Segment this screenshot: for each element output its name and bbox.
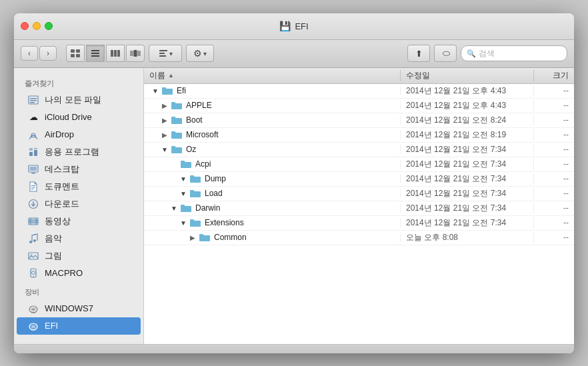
efi-icon bbox=[27, 320, 39, 332]
devices-label: 장비 bbox=[14, 282, 143, 300]
file-row-size: -- bbox=[534, 189, 574, 198]
svg-rect-52 bbox=[31, 329, 35, 331]
forward-button[interactable]: › bbox=[39, 46, 57, 61]
file-row-size: -- bbox=[534, 86, 574, 95]
file-name: Boot bbox=[186, 115, 203, 125]
table-row[interactable]: ▶ APPLE 2014년 12월 21일 오후 4:43 -- bbox=[144, 99, 574, 113]
col-name-header[interactable]: 이름 ▲ bbox=[144, 70, 401, 81]
icon-view-button[interactable] bbox=[66, 45, 85, 62]
file-name: Dump bbox=[205, 174, 226, 183]
file-row-name: ▼ Load bbox=[144, 189, 401, 198]
disclosure-icon[interactable]: ▼ bbox=[160, 145, 169, 154]
folder-icon bbox=[171, 101, 183, 110]
windows7-icon bbox=[27, 303, 39, 315]
disclosure-icon[interactable]: ▼ bbox=[179, 174, 188, 183]
sidebar-item-music[interactable]: 음악 bbox=[17, 230, 141, 247]
sidebar-item-desktop[interactable]: 데스크탑 bbox=[17, 161, 141, 178]
svg-point-51 bbox=[31, 325, 35, 328]
svg-rect-6 bbox=[91, 55, 99, 57]
column-view-button[interactable] bbox=[106, 45, 125, 62]
folder-icon bbox=[189, 174, 201, 183]
sidebar-item-efi[interactable]: EFI bbox=[17, 317, 141, 335]
sidebar-item-applications[interactable]: 응용 프로그램 bbox=[17, 143, 141, 161]
disclosure-icon[interactable]: ▶ bbox=[160, 101, 169, 110]
svg-rect-14 bbox=[159, 53, 165, 54]
coverflow-view-button[interactable] bbox=[126, 45, 145, 62]
disclosure-icon[interactable]: ▶ bbox=[160, 130, 169, 139]
sidebar-item-downloads[interactable]: 다운로드 bbox=[17, 195, 141, 213]
nav-buttons: ‹ › bbox=[21, 46, 57, 61]
table-row[interactable]: ▼ Darwin 2014년 12월 21일 오전 7:34 -- bbox=[144, 201, 574, 216]
scrollbar-area bbox=[14, 344, 574, 353]
svg-rect-26 bbox=[31, 173, 35, 174]
table-row[interactable]: ▶ Acpi 2014년 12월 21일 오전 7:34 -- bbox=[144, 157, 574, 172]
list-view-icon bbox=[91, 49, 100, 57]
svg-rect-3 bbox=[76, 54, 80, 57]
svg-rect-30 bbox=[31, 189, 34, 189]
table-row[interactable]: ▶ Boot 2014년 12월 21일 오전 8:24 -- bbox=[144, 113, 574, 128]
table-row[interactable]: ▼ Efi 2014년 12월 21일 오후 4:43 -- bbox=[144, 84, 574, 99]
disclosure-icon[interactable]: ▶ bbox=[160, 115, 169, 125]
sidebar-item-macpro[interactable]: MACPRO bbox=[17, 265, 141, 282]
table-row[interactable]: ▼ Oz 2014년 12월 21일 오전 7:34 -- bbox=[144, 143, 574, 157]
table-row[interactable]: ▶ Microsoft 2014년 12월 21일 오전 8:19 -- bbox=[144, 128, 574, 143]
desktop-label: 데스크탑 bbox=[45, 163, 79, 175]
sidebar: 즐겨찾기 나의 모든 파일 ☁ iCloud Drive bbox=[14, 68, 144, 344]
file-row-date: 2014년 12월 21일 오전 8:24 bbox=[401, 115, 534, 126]
all-files-label: 나의 모든 파일 bbox=[45, 94, 101, 106]
file-row-date: 2014년 12월 21일 오전 7:34 bbox=[401, 188, 534, 199]
arrange-button[interactable]: ▾ bbox=[149, 45, 182, 62]
gear-icon: ⚙ bbox=[193, 48, 202, 59]
file-row-date: 2014년 12월 21일 오전 7:34 bbox=[401, 159, 534, 170]
file-name: Oz bbox=[186, 145, 196, 154]
share-button[interactable]: ⬆ bbox=[407, 45, 430, 62]
svg-rect-24 bbox=[34, 148, 37, 149]
disclosure-icon[interactable]: ▶ bbox=[169, 159, 179, 169]
finder-window: 💾 EFI ‹ › bbox=[14, 13, 574, 353]
close-button[interactable] bbox=[21, 22, 29, 30]
file-row-date: 2014년 12월 21일 오전 7:34 bbox=[401, 173, 534, 185]
svg-rect-29 bbox=[31, 187, 35, 187]
minimize-button[interactable] bbox=[33, 22, 41, 30]
disclosure-icon[interactable]: ▼ bbox=[179, 218, 188, 227]
tag-button[interactable]: ⬭ bbox=[434, 45, 457, 62]
list-view-button[interactable] bbox=[86, 45, 105, 62]
disclosure-icon[interactable]: ▼ bbox=[151, 86, 160, 95]
efi-label: EFI bbox=[45, 321, 58, 331]
sidebar-item-documents[interactable]: 도큐멘트 bbox=[17, 178, 141, 195]
table-row[interactable]: ▼ Load 2014년 12월 21일 오전 7:34 -- bbox=[144, 187, 574, 201]
sidebar-item-pictures[interactable]: 그림 bbox=[17, 247, 141, 265]
col-size-header[interactable]: 크기 bbox=[534, 70, 574, 81]
table-row[interactable]: ▼ Dump 2014년 12월 21일 오전 7:34 -- bbox=[144, 172, 574, 187]
action-button[interactable]: ⚙ ▾ bbox=[186, 45, 214, 62]
file-row-size: -- bbox=[534, 233, 574, 242]
main-area: 즐겨찾기 나의 모든 파일 ☁ iCloud Drive bbox=[14, 68, 574, 344]
file-row-size: -- bbox=[534, 203, 574, 213]
sidebar-item-windows7[interactable]: WINDOWS7 bbox=[17, 300, 141, 317]
disclosure-icon[interactable]: ▼ bbox=[179, 189, 188, 198]
documents-icon bbox=[27, 181, 39, 193]
sidebar-item-all-files[interactable]: 나의 모든 파일 bbox=[17, 91, 141, 109]
file-row-date: 2014년 12월 21일 오후 4:43 bbox=[401, 85, 534, 97]
maximize-button[interactable] bbox=[45, 22, 53, 30]
sidebar-item-airdrop[interactable]: AirDrop bbox=[17, 126, 141, 143]
col-name-label: 이름 bbox=[149, 70, 165, 81]
arrange-icon bbox=[159, 49, 168, 57]
macpro-label: MACPRO bbox=[45, 268, 83, 278]
svg-rect-34 bbox=[29, 219, 38, 223]
disclosure-icon[interactable]: ▶ bbox=[188, 233, 197, 242]
svg-rect-23 bbox=[29, 148, 33, 151]
disclosure-icon[interactable]: ▼ bbox=[169, 203, 179, 213]
folder-icon bbox=[161, 86, 173, 95]
sidebar-item-icloud[interactable]: ☁ iCloud Drive bbox=[17, 109, 141, 126]
svg-rect-13 bbox=[159, 50, 167, 51]
table-row[interactable]: ▶ Common 오늘 오후 8:08 -- bbox=[144, 231, 574, 245]
sidebar-item-movies[interactable]: 동영상 bbox=[17, 213, 141, 230]
table-row[interactable]: ▼ Extensions 2014년 12월 21일 오전 7:34 -- bbox=[144, 216, 574, 231]
svg-rect-21 bbox=[29, 152, 33, 156]
file-row-date: 오늘 오후 8:08 bbox=[401, 232, 534, 243]
search-box[interactable]: 🔍 검색 bbox=[461, 45, 567, 61]
svg-rect-9 bbox=[117, 50, 120, 57]
col-date-header[interactable]: 수정일 bbox=[401, 70, 534, 81]
back-button[interactable]: ‹ bbox=[21, 46, 38, 61]
